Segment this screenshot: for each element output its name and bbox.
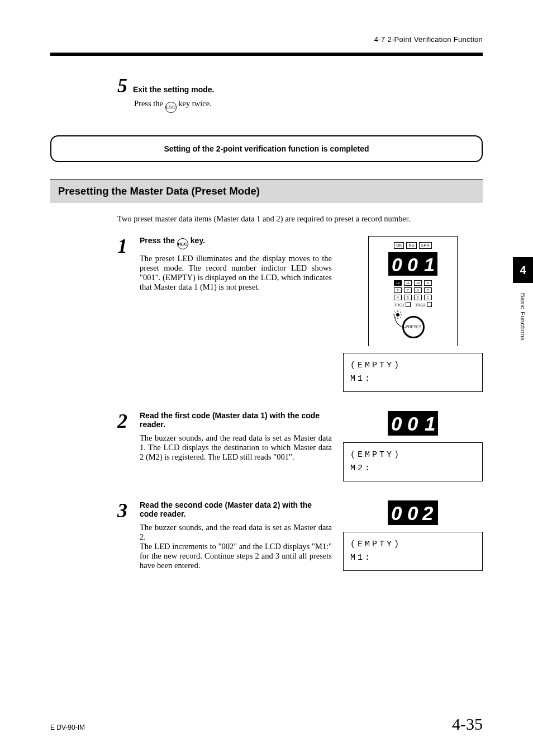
indicator-7: 7 bbox=[404, 287, 412, 293]
device-panel: OK NG ERR 001 12 11 10 9 8 bbox=[368, 236, 458, 346]
svg-line-11 bbox=[400, 311, 401, 313]
indicator-2: 2 bbox=[414, 295, 422, 300]
step-number-1: 1 bbox=[117, 236, 133, 256]
svg-line-9 bbox=[394, 311, 396, 313]
lcd-3-line1: (EMPTY) bbox=[350, 538, 475, 551]
lcd-display-3: (EMPTY) M1: bbox=[343, 532, 483, 571]
panel-led-001: 001 bbox=[388, 252, 437, 276]
step-number-5: 5 bbox=[117, 75, 127, 96]
step-3-paragraph: The buzzer sounds, and the read data is … bbox=[140, 523, 332, 570]
step-5-title: Exit the setting mode. bbox=[133, 85, 214, 94]
footer-doc-id: E DV-90-IM bbox=[50, 724, 85, 731]
svg-text:0: 0 bbox=[392, 254, 402, 275]
status-ng: NG bbox=[406, 242, 417, 249]
step-number-2: 2 bbox=[117, 411, 133, 431]
led-001: 001 bbox=[388, 411, 438, 436]
step-1-title-post: key. bbox=[191, 236, 205, 245]
led-002: 002 bbox=[388, 500, 438, 525]
indicator-8: 8 bbox=[394, 287, 402, 293]
svg-text:0: 0 bbox=[407, 254, 418, 275]
indicator-4: 4 bbox=[394, 295, 402, 300]
svg-text:0: 0 bbox=[391, 502, 402, 524]
indicator-3: 3 bbox=[404, 295, 412, 300]
svg-text:0: 0 bbox=[391, 413, 402, 434]
lcd-1-line1: (EMPTY) bbox=[350, 359, 475, 372]
rec-key-icon: REC bbox=[177, 238, 188, 249]
lcd-2-line2: M2: bbox=[350, 462, 475, 475]
step-1-title: Press the REC key. bbox=[140, 236, 332, 250]
indicator-9: 9 bbox=[424, 280, 432, 286]
step-1-title-pre: Press the bbox=[140, 236, 177, 245]
step-5-body-pre: Press the bbox=[134, 99, 165, 108]
step-2-paragraph: The buzzer sounds, and the read data is … bbox=[140, 433, 332, 462]
indicator-11: 11 bbox=[404, 280, 412, 286]
lcd-display-1: (EMPTY) M1: bbox=[343, 353, 483, 392]
step-5-body-post: key twice. bbox=[178, 99, 212, 108]
lcd-3-line2: M1: bbox=[350, 551, 475, 565]
header-rule bbox=[50, 53, 483, 56]
indicator-6: 6 bbox=[414, 287, 422, 293]
svg-text:0: 0 bbox=[407, 413, 418, 434]
section-heading: Presetting the Master Data (Preset Mode) bbox=[50, 179, 483, 203]
esc-key-icon: ESC bbox=[165, 102, 177, 113]
status-err: ERR bbox=[419, 242, 432, 249]
trg2-label: TRG2 bbox=[415, 302, 432, 307]
step-1-paragraph: The preset LED illuminates and the displ… bbox=[140, 254, 332, 292]
svg-text:2: 2 bbox=[422, 502, 434, 524]
status-ok: OK bbox=[394, 242, 404, 249]
indicator-10: 10 bbox=[414, 280, 422, 286]
svg-text:1: 1 bbox=[425, 413, 435, 434]
indicator-5: 5 bbox=[424, 287, 432, 293]
section-intro: Two preset master data items (Master dat… bbox=[117, 214, 483, 224]
step-2-title: Read the first code (Master data 1) with… bbox=[140, 411, 332, 429]
chapter-number: 4 bbox=[513, 257, 533, 283]
lcd-display-2: (EMPTY) M2: bbox=[343, 442, 483, 481]
chapter-label: Basic Functions bbox=[520, 293, 526, 341]
trg1-label: TRG1 bbox=[394, 302, 411, 307]
indicator-12: 12 bbox=[394, 280, 402, 286]
svg-text:1: 1 bbox=[424, 254, 435, 275]
completion-callout: Setting of the 2-point verification func… bbox=[50, 135, 483, 162]
step-number-3: 3 bbox=[117, 500, 133, 521]
breadcrumb: 4-7 2-Point Verification Function bbox=[374, 35, 483, 44]
step-3-title: Read the second code (Master data 2) wit… bbox=[140, 500, 332, 518]
page-number: 4-35 bbox=[452, 715, 483, 734]
lcd-1-line2: M1: bbox=[350, 372, 475, 386]
lcd-2-line1: (EMPTY) bbox=[350, 448, 475, 462]
chapter-tab: 4 Basic Functions bbox=[513, 257, 533, 341]
indicator-1: 1 bbox=[424, 295, 432, 300]
preset-button: PRESET bbox=[402, 316, 425, 338]
svg-text:0: 0 bbox=[407, 502, 418, 524]
